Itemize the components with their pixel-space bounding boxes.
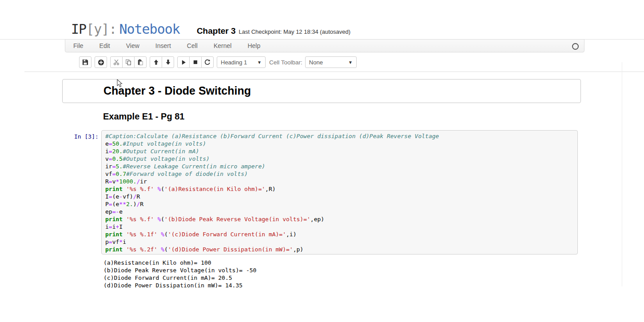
heading-cell[interactable]: Chapter 3 - Diode Switching — [62, 79, 581, 103]
run-button-group — [177, 56, 214, 68]
repeat-icon — [204, 59, 211, 65]
notebook-page: IP[y]:Notebook Chapter 3 Last Checkpoint… — [0, 0, 644, 322]
chapter-heading: Chapter 3 - Diode Switching — [103, 84, 251, 97]
arrow-up-icon — [153, 59, 159, 65]
checkpoint-status: Last Checkpoint: May 12 18:34 (autosaved… — [239, 28, 350, 35]
code-output-area: (a)Resistance(in Kilo ohm)= 100(b)Diode … — [103, 259, 256, 289]
toolbar: Heading 1 ▼ Cell Toolbar: None ▼ — [79, 56, 357, 68]
output-line: (c)Diode Forward Current(in mA)= 20.5 — [103, 274, 256, 282]
code-input-area[interactable]: #Caption:Calculate (a)Resistance (b)Forw… — [101, 130, 578, 254]
notebook-title[interactable]: Chapter 3 — [197, 26, 236, 36]
logo-notebook: Notebook — [119, 21, 180, 37]
cell-toolbar-value: None — [309, 59, 323, 66]
paste-icon — [137, 59, 143, 65]
menu-kernel[interactable]: Kernel — [206, 40, 239, 52]
restart-kernel-button[interactable] — [201, 56, 214, 68]
cut-cell-button[interactable] — [110, 56, 123, 68]
floppy-icon — [82, 59, 88, 65]
paste-cell-button[interactable] — [134, 56, 147, 68]
output-line: (a)Resistance(in Kilo ohm)= 100 — [103, 259, 256, 266]
menubar: File Edit View Insert Cell Kernel Help — [65, 39, 584, 52]
arrow-down-icon — [165, 59, 171, 65]
header: IP[y]:Notebook Chapter 3 Last Checkpoint… — [71, 21, 350, 37]
menu-cell[interactable]: Cell — [179, 40, 206, 52]
plus-circle-icon — [98, 59, 104, 66]
logo-ip: IP — [71, 21, 86, 37]
kernel-idle-icon — [572, 43, 579, 50]
chevron-down-icon: ▼ — [348, 60, 353, 65]
move-button-group — [150, 56, 174, 68]
move-cell-up-button[interactable] — [150, 56, 162, 68]
play-icon — [181, 60, 187, 65]
chevron-down-icon: ▼ — [257, 60, 262, 65]
cell-toolbar-label: Cell Toolbar: — [269, 59, 302, 66]
mouse-cursor-icon — [117, 79, 123, 88]
cell-type-value: Heading 1 — [221, 59, 247, 66]
menu-help[interactable]: Help — [239, 40, 268, 52]
output-line: (d)Diode Power Dissipation(in mW)= 14.35 — [103, 282, 256, 289]
stop-icon — [193, 60, 198, 65]
logo-y: [y]: — [86, 21, 116, 37]
menu-edit[interactable]: Edit — [91, 40, 118, 52]
edit-button-group — [110, 56, 147, 68]
cell-type-select[interactable]: Heading 1 ▼ — [217, 56, 266, 68]
menu-view[interactable]: View — [118, 40, 147, 52]
save-button[interactable] — [79, 56, 91, 68]
toolbar-divider — [24, 72, 644, 72]
menu-insert[interactable]: Insert — [147, 40, 179, 52]
code-content: #Caption:Calculate (a)Resistance (b)Forw… — [105, 132, 574, 253]
run-cell-button[interactable] — [177, 56, 190, 68]
scissors-icon — [113, 59, 119, 65]
page-right-divider — [622, 62, 622, 286]
cell-toolbar-select[interactable]: None ▼ — [305, 56, 357, 68]
ipython-logo[interactable]: IP[y]:Notebook — [71, 21, 180, 37]
output-line: (b)Diode Peak Reverse Voltage(in volts)=… — [103, 266, 256, 274]
menu-file[interactable]: File — [65, 40, 91, 52]
insert-cell-below-button[interactable] — [95, 56, 107, 68]
move-cell-down-button[interactable] — [162, 56, 174, 68]
copy-icon — [125, 59, 131, 65]
example-heading[interactable]: Example E1 - Pg 81 — [103, 111, 184, 122]
input-prompt: In [3]: — [74, 133, 99, 140]
copy-cell-button[interactable] — [122, 56, 135, 68]
interrupt-kernel-button[interactable] — [189, 56, 202, 68]
